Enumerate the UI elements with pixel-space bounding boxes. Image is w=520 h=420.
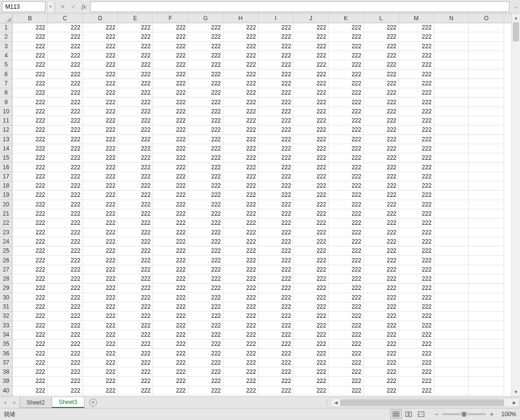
cell[interactable]: 222 — [13, 321, 48, 330]
cell[interactable]: 222 — [293, 302, 328, 312]
cell[interactable]: 222 — [48, 107, 83, 116]
column-header[interactable]: L — [364, 14, 399, 23]
cell[interactable]: 222 — [259, 172, 294, 181]
cell[interactable] — [434, 293, 469, 302]
cell[interactable] — [469, 302, 504, 312]
row-header[interactable]: 40 — [0, 386, 12, 395]
cell[interactable]: 222 — [328, 60, 364, 69]
column-header[interactable]: E — [118, 14, 153, 23]
cell[interactable]: 222 — [188, 228, 223, 237]
expand-formula-bar-icon[interactable]: ⌄ — [511, 1, 520, 12]
cell[interactable]: 222 — [13, 23, 48, 32]
cell[interactable]: 222 — [259, 51, 294, 60]
cell[interactable]: 222 — [13, 377, 48, 386]
cell[interactable]: 222 — [293, 293, 328, 302]
cell[interactable]: 222 — [188, 367, 223, 377]
cell[interactable]: 222 — [328, 135, 364, 144]
cell[interactable]: 222 — [328, 209, 364, 218]
row-header[interactable]: 23 — [0, 228, 12, 237]
cell[interactable]: 222 — [364, 256, 399, 265]
cell[interactable]: 222 — [399, 153, 434, 163]
cell[interactable]: 222 — [259, 88, 294, 97]
cell[interactable]: 222 — [13, 135, 48, 144]
row-header[interactable]: 21 — [0, 209, 12, 218]
cell[interactable]: 222 — [118, 153, 153, 163]
cell[interactable]: 222 — [328, 339, 364, 349]
cell[interactable]: 222 — [328, 163, 364, 172]
cell[interactable]: 222 — [364, 88, 399, 97]
cell[interactable]: 222 — [293, 386, 328, 395]
cell[interactable]: 222 — [259, 358, 294, 367]
cell[interactable]: 222 — [364, 190, 399, 200]
cell[interactable]: 222 — [188, 200, 223, 209]
column-header[interactable]: F — [153, 14, 188, 23]
cell[interactable]: 222 — [48, 172, 83, 181]
cell[interactable]: 222 — [83, 339, 118, 349]
cell[interactable] — [434, 79, 469, 88]
row-header[interactable]: 12 — [0, 125, 12, 135]
cell[interactable]: 222 — [364, 358, 399, 367]
cell[interactable]: 222 — [13, 228, 48, 237]
cell[interactable] — [434, 51, 469, 60]
cell[interactable]: 222 — [48, 69, 83, 79]
cell[interactable]: 222 — [48, 293, 83, 302]
cell[interactable]: 222 — [259, 367, 294, 377]
cell[interactable]: 222 — [259, 163, 294, 172]
cell[interactable]: 222 — [399, 237, 434, 246]
row-header[interactable]: 22 — [0, 218, 12, 228]
cell[interactable]: 222 — [364, 209, 399, 218]
cell[interactable] — [469, 190, 504, 200]
cell[interactable]: 222 — [153, 23, 188, 32]
cell[interactable]: 222 — [83, 209, 118, 218]
cell[interactable]: 222 — [13, 284, 48, 293]
cell[interactable]: 222 — [364, 302, 399, 312]
cell[interactable]: 222 — [293, 367, 328, 377]
cell[interactable]: 222 — [153, 377, 188, 386]
cell[interactable]: 222 — [153, 339, 188, 349]
cell[interactable]: 222 — [153, 51, 188, 60]
cell[interactable]: 222 — [83, 367, 118, 377]
cell[interactable]: 222 — [118, 172, 153, 181]
cell[interactable] — [434, 88, 469, 97]
cell[interactable]: 222 — [48, 190, 83, 200]
cell[interactable]: 222 — [259, 256, 294, 265]
cell[interactable]: 222 — [153, 116, 188, 125]
cell[interactable]: 222 — [399, 181, 434, 190]
cell[interactable]: 222 — [399, 377, 434, 386]
row-header[interactable]: 16 — [0, 163, 12, 172]
cell[interactable] — [469, 125, 504, 135]
cell[interactable]: 222 — [328, 97, 364, 107]
formula-input[interactable] — [90, 1, 509, 12]
cell[interactable]: 222 — [223, 190, 259, 200]
cell[interactable] — [469, 321, 504, 330]
cell[interactable]: 222 — [399, 97, 434, 107]
tab-nav-next-icon[interactable]: ▸ — [10, 397, 19, 408]
cell[interactable]: 222 — [83, 200, 118, 209]
cell[interactable]: 222 — [293, 339, 328, 349]
cell[interactable]: 222 — [118, 116, 153, 125]
cell[interactable]: 222 — [364, 144, 399, 153]
cell[interactable]: 222 — [153, 153, 188, 163]
cell[interactable]: 222 — [188, 32, 223, 41]
cell[interactable]: 222 — [48, 163, 83, 172]
cell[interactable]: 222 — [328, 42, 364, 51]
cell[interactable]: 222 — [399, 358, 434, 367]
cell[interactable]: 222 — [48, 246, 83, 256]
cell[interactable]: 222 — [259, 107, 294, 116]
cell[interactable]: 222 — [48, 265, 83, 274]
cell[interactable]: 222 — [153, 330, 188, 339]
cell[interactable]: 222 — [399, 339, 434, 349]
view-page-break-button[interactable] — [415, 409, 427, 419]
cell[interactable]: 222 — [118, 97, 153, 107]
cell[interactable]: 222 — [118, 88, 153, 97]
cell[interactable]: 222 — [188, 125, 223, 135]
fx-icon[interactable]: fx — [79, 1, 89, 12]
cell[interactable] — [434, 302, 469, 312]
cell[interactable]: 222 — [293, 284, 328, 293]
cell[interactable]: 222 — [328, 302, 364, 312]
cell[interactable] — [469, 284, 504, 293]
cell[interactable]: 222 — [328, 237, 364, 246]
cell[interactable]: 222 — [83, 284, 118, 293]
cell[interactable]: 222 — [223, 144, 259, 153]
horizontal-scrollbar[interactable]: ◀ ▶ — [331, 398, 519, 407]
